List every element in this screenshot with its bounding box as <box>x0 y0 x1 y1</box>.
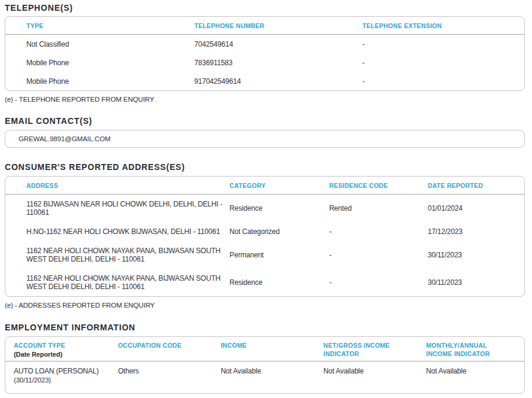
table-row: 1162 NEAR HOLI CHOWK NAYAK PANA, BIJWASA… <box>5 241 524 269</box>
category-cell: Residence <box>229 204 329 212</box>
table-row: Mobile Phone 917042549614 - <box>5 72 524 90</box>
residence-code-cell: Rented <box>329 204 428 212</box>
net-gross-income-indicator-cell: Not Available <box>324 367 426 375</box>
income-cell: Not Available <box>220 367 323 375</box>
telephone-type-cell: Not Classified <box>5 40 194 48</box>
category-cell: Not Categorized <box>229 227 329 236</box>
residence-code-cell: - <box>329 251 428 259</box>
column-header-income: INCOME <box>220 342 323 350</box>
account-type-cell: AUTO LOAN (PERSONAL) (30/11/2023) <box>5 367 118 384</box>
column-header-date-reported: DATE REPORTED <box>428 182 524 189</box>
column-header-type: TYPE <box>5 22 194 29</box>
date-reported-cell: 30/11/2023 <box>428 251 524 259</box>
residence-code-cell: - <box>329 227 428 236</box>
account-type-value: AUTO LOAN (PERSONAL) <box>14 367 99 375</box>
telephone-type-cell: Mobile Phone <box>5 77 194 86</box>
telephone-extension-cell: - <box>362 40 524 48</box>
table-row: AUTO LOAN (PERSONAL) (30/11/2023) Others… <box>5 361 524 393</box>
addresses-footnote: (e) - ADDRESSES REPORTED FROM ENQUIRY <box>5 302 525 309</box>
telephone-number-cell: 7836911583 <box>194 59 362 67</box>
telephones-table: TYPE TELEPHONE NUMBER TELEPHONE EXTENSIO… <box>5 16 525 91</box>
address-cell: 1162 BIJWASAN NEAR HOLI CHOWK DELHI, DEL… <box>5 200 229 217</box>
telephone-type-cell: Mobile Phone <box>5 59 194 67</box>
employment-section-title: EMPLOYMENT INFORMATION <box>5 323 525 332</box>
credit-report-contact-section: TELEPHONE(S) TYPE TELEPHONE NUMBER TELEP… <box>0 0 532 398</box>
date-reported-cell: 01/01/2024 <box>428 204 524 212</box>
telephone-number-cell: 917042549614 <box>194 77 362 86</box>
employment-table: ACCOUNT TYPE (Date Reported) OCCUPATION … <box>5 336 525 394</box>
table-row: Not Classified 7042549614 - <box>5 35 524 53</box>
address-cell: 1162 NEAR HOLI CHOWK NAYAK PANA, BIJWASA… <box>5 247 229 263</box>
telephones-section-title: TELEPHONE(S) <box>5 3 525 13</box>
column-header-address: ADDRESS <box>5 182 229 189</box>
column-header-account-type: ACCOUNT TYPE (Date Reported) <box>5 342 118 358</box>
address-cell: 1162 NEAR HOLI CHOWK NAYAK PANA, BIJWASA… <box>5 274 229 291</box>
addresses-table-header: ADDRESS CATEGORY RESIDENCE CODE DATE REP… <box>5 177 524 195</box>
telephone-extension-cell: - <box>362 77 524 86</box>
account-type-date-value: (30/11/2023) <box>14 376 118 384</box>
email-box: GREWAL.9891@GMAIL.COM <box>5 130 525 148</box>
column-header-date-reported-sub: (Date Reported) <box>14 351 118 359</box>
monthly-annual-income-indicator-cell: Not Available <box>426 367 524 375</box>
email-section-title: EMAIL CONTACT(S) <box>5 116 525 126</box>
date-reported-cell: 30/11/2023 <box>428 278 524 287</box>
addresses-table: ADDRESS CATEGORY RESIDENCE CODE DATE REP… <box>5 176 525 297</box>
table-row: H.NO-1162 NEAR HOLI CHOWK BIJWASAN, DELH… <box>5 222 524 241</box>
telephones-footnote: (e) - TELEPHONE REPORTED FROM ENQUIRY <box>5 96 525 103</box>
addresses-section-title: CONSUMER'S REPORTED ADDRESS(ES) <box>5 162 525 172</box>
column-header-account-type-label: ACCOUNT TYPE <box>14 342 65 349</box>
table-row: 1162 NEAR HOLI CHOWK NAYAK PANA, BIJWASA… <box>5 269 524 296</box>
occupation-code-cell: Others <box>118 367 220 375</box>
residence-code-cell: - <box>329 278 428 287</box>
date-reported-cell: 17/12/2023 <box>428 227 524 236</box>
email-value: GREWAL.9891@GMAIL.COM <box>19 135 111 142</box>
telephone-extension-cell: - <box>362 59 524 67</box>
column-header-telephone-extension: TELEPHONE EXTENSION <box>362 22 524 29</box>
table-row: 1162 BIJWASAN NEAR HOLI CHOWK DELHI, DEL… <box>5 195 524 222</box>
column-header-residence-code: RESIDENCE CODE <box>329 182 428 189</box>
category-cell: Residence <box>229 278 329 287</box>
column-header-monthly-annual-income-indicator: MONTHLY/ANNUAL INCOME INDICATOR <box>426 342 524 358</box>
telephone-number-cell: 7042549614 <box>194 40 362 48</box>
column-header-telephone-number: TELEPHONE NUMBER <box>194 22 362 29</box>
telephones-table-header: TYPE TELEPHONE NUMBER TELEPHONE EXTENSIO… <box>5 17 524 35</box>
column-header-net-gross-income-indicator: NET/GROSS INCOME INDICATOR <box>324 342 426 358</box>
column-header-occupation-code: OCCUPATION CODE <box>118 342 220 350</box>
address-cell: H.NO-1162 NEAR HOLI CHOWK BIJWASAN, DELH… <box>5 227 229 236</box>
column-header-category: CATEGORY <box>229 182 329 189</box>
category-cell: Permanent <box>229 251 329 259</box>
table-row: Mobile Phone 7836911583 - <box>5 53 524 72</box>
employment-table-header: ACCOUNT TYPE (Date Reported) OCCUPATION … <box>5 337 524 361</box>
